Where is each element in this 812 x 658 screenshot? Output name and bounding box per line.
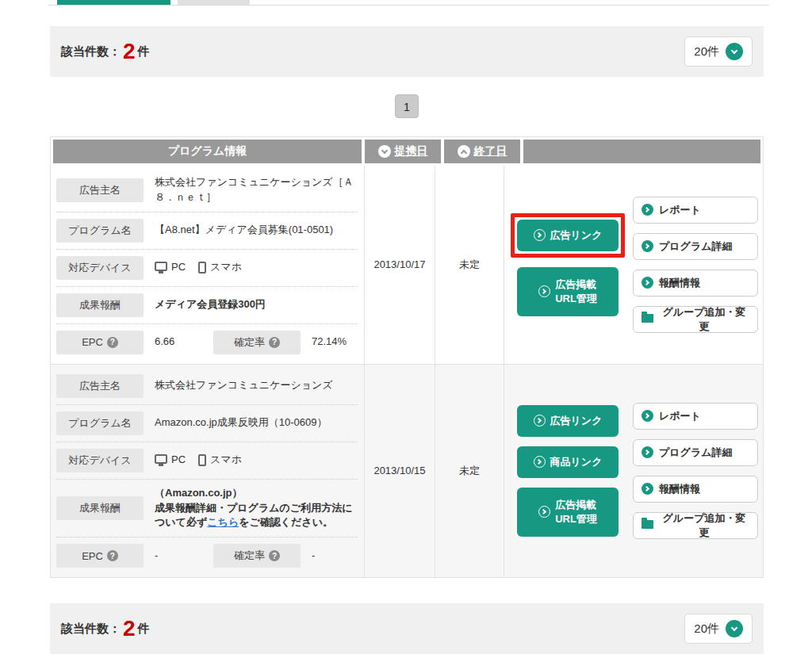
device-smartphone: スマホ bbox=[198, 260, 242, 275]
field-advertiser: 広告主名 株式会社ファンコミュニケーションズ bbox=[56, 368, 358, 405]
result-count-unit: 件 bbox=[138, 622, 150, 637]
page-button-1[interactable]: 1 bbox=[395, 94, 419, 118]
arrow-circle-icon bbox=[642, 204, 653, 216]
group-change-button[interactable]: グループ追加・変更 bbox=[633, 306, 758, 333]
rate-value: - bbox=[301, 549, 370, 564]
tab-divider bbox=[48, 5, 769, 6]
program-row-2: 広告主名 株式会社ファンコミュニケーションズ プログラム名 Amazon.co.… bbox=[51, 364, 763, 578]
kochira-link[interactable]: こちら bbox=[207, 516, 239, 528]
header-end-date-sort[interactable]: 終了日 bbox=[444, 140, 520, 163]
rate-label: 確定率 ? bbox=[213, 331, 301, 354]
rate-label: 確定率 ? bbox=[213, 544, 301, 568]
result-count-number: 2 bbox=[123, 618, 136, 640]
red-highlight-box: 広告リンク bbox=[511, 213, 625, 258]
device-pc: PC bbox=[155, 260, 186, 275]
smartphone-icon bbox=[198, 454, 206, 466]
arrow-circle-icon bbox=[642, 446, 653, 458]
advertiser-value: 株式会社ファンコミュニケーションズ［Ａ８．ｎｅｔ］ bbox=[144, 175, 358, 205]
epc-value: 6.66 bbox=[144, 335, 213, 350]
program-name-value: 【A8.net】メディア会員募集(01-0501) bbox=[144, 223, 358, 238]
help-icon[interactable]: ? bbox=[269, 337, 280, 348]
end-date-cell: 未定 bbox=[435, 365, 504, 578]
program-detail-button[interactable]: プログラム詳細 bbox=[633, 439, 758, 466]
result-count-label: 該当件数： bbox=[61, 622, 121, 637]
field-reward: 成果報酬 メディア会員登録300円 bbox=[56, 287, 358, 324]
chevron-down-icon bbox=[726, 620, 743, 637]
arrow-circle-icon bbox=[538, 506, 550, 518]
actions-cell: 広告リンク 商品リンク 広告掲載 URL管理 bbox=[504, 365, 763, 578]
header-program-info: プログラム情報 bbox=[53, 140, 362, 163]
result-count-number: 2 bbox=[123, 40, 136, 63]
arrow-circle-icon bbox=[642, 410, 653, 422]
program-detail-button[interactable]: プログラム詳細 bbox=[633, 233, 758, 260]
device-smartphone: スマホ bbox=[198, 453, 242, 468]
reward-info-button[interactable]: 報酬情報 bbox=[633, 270, 758, 296]
result-count-label: 該当件数： bbox=[61, 44, 121, 59]
pagination-top: 1 bbox=[50, 94, 764, 118]
help-icon[interactable]: ? bbox=[107, 337, 118, 348]
smartphone-icon bbox=[198, 262, 206, 274]
per-page-value: 20件 bbox=[694, 622, 719, 637]
arrow-circle-icon bbox=[642, 240, 653, 252]
end-date-cell: 未定 bbox=[435, 166, 504, 364]
epc-value: - bbox=[144, 549, 213, 564]
partner-date-cell: 2013/10/15 bbox=[364, 365, 435, 578]
help-icon[interactable]: ? bbox=[269, 550, 280, 561]
field-devices: 対応デバイス PC スマホ bbox=[56, 250, 358, 287]
arrow-circle-icon bbox=[534, 229, 546, 241]
report-button[interactable]: レポート bbox=[633, 403, 758, 430]
program-row-1: 広告主名 株式会社ファンコミュニケーションズ［Ａ８．ｎｅｔ］ プログラム名 【A… bbox=[51, 166, 763, 364]
tab-strip bbox=[0, 0, 812, 6]
ad-link-button[interactable]: 広告リンク bbox=[517, 405, 619, 437]
field-advertiser: 広告主名 株式会社ファンコミュニケーションズ［Ａ８．ｎｅｔ］ bbox=[56, 169, 358, 212]
field-program-name: プログラム名 【A8.net】メディア会員募集(01-0501) bbox=[56, 212, 358, 250]
folder-icon bbox=[642, 314, 653, 323]
program-table: プログラム情報 提携日 終了日 広告主名 株式会社ファンコミュニケーションズ［Ａ… bbox=[50, 136, 764, 578]
table-header: プログラム情報 提携日 終了日 bbox=[51, 137, 763, 166]
ad-link-button[interactable]: 広告リンク bbox=[517, 220, 619, 251]
per-page-dropdown[interactable]: 20件 bbox=[684, 36, 753, 67]
result-count-bar-bottom: 該当件数： 2 件 20件 bbox=[50, 603, 764, 654]
field-reward: 成果報酬 （Amazon.co.jp） 成果報酬詳細・プログラムのご利用方法につ… bbox=[56, 480, 358, 538]
folder-icon bbox=[642, 520, 653, 529]
group-change-button[interactable]: グループ追加・変更 bbox=[633, 512, 758, 539]
per-page-value: 20件 bbox=[694, 44, 719, 59]
arrow-circle-icon bbox=[534, 456, 546, 468]
reward-label: 成果報酬 bbox=[56, 293, 144, 317]
chevron-down-icon bbox=[726, 43, 743, 60]
ad-url-manage-button[interactable]: 広告掲載 URL管理 bbox=[517, 267, 619, 316]
result-count: 該当件数： 2 件 bbox=[61, 618, 150, 640]
device-pc: PC bbox=[155, 453, 186, 468]
header-actions-spacer bbox=[523, 140, 760, 163]
arrow-circle-icon bbox=[642, 277, 653, 289]
pc-monitor-icon bbox=[155, 454, 167, 464]
per-page-dropdown[interactable]: 20件 bbox=[684, 614, 753, 644]
arrow-circle-icon bbox=[538, 285, 550, 297]
field-devices: 対応デバイス PC スマホ bbox=[56, 442, 358, 480]
epc-label: EPC ? bbox=[56, 544, 144, 568]
reward-info-button[interactable]: 報酬情報 bbox=[633, 476, 758, 503]
partner-date-cell: 2013/10/17 bbox=[364, 166, 435, 364]
program-info-cell: 広告主名 株式会社ファンコミュニケーションズ［Ａ８．ｎｅｔ］ プログラム名 【A… bbox=[51, 166, 364, 364]
result-count: 該当件数： 2 件 bbox=[61, 40, 150, 63]
main-content: 該当件数： 2 件 20件 1 プログラム情報 提携日 終了日 bbox=[50, 26, 764, 658]
reward-value: メディア会員登録300円 bbox=[144, 297, 358, 312]
rate-value: 72.14% bbox=[301, 335, 370, 350]
header-partner-date-sort[interactable]: 提携日 bbox=[365, 140, 441, 163]
epc-label: EPC ? bbox=[56, 331, 144, 354]
arrow-circle-icon bbox=[534, 415, 546, 427]
pc-monitor-icon bbox=[155, 262, 167, 271]
advertiser-label: 広告主名 bbox=[56, 178, 144, 202]
program-info-cell: 広告主名 株式会社ファンコミュニケーションズ プログラム名 Amazon.co.… bbox=[51, 365, 364, 578]
sort-up-icon bbox=[458, 145, 470, 158]
field-epc-rate: EPC ? 6.66 確定率 ? 72.14% bbox=[56, 324, 358, 361]
result-count-bar-top: 該当件数： 2 件 20件 bbox=[50, 26, 764, 77]
arrow-circle-icon bbox=[642, 483, 653, 495]
ad-url-manage-button[interactable]: 広告掲載 URL管理 bbox=[517, 488, 619, 537]
product-link-button[interactable]: 商品リンク bbox=[517, 446, 619, 478]
help-icon[interactable]: ? bbox=[107, 550, 118, 561]
report-button[interactable]: レポート bbox=[633, 197, 758, 224]
advertiser-value: 株式会社ファンコミュニケーションズ bbox=[144, 378, 358, 393]
device-label: 対応デバイス bbox=[56, 256, 144, 280]
field-epc-rate: EPC ? - 確定率 ? - bbox=[56, 537, 358, 574]
